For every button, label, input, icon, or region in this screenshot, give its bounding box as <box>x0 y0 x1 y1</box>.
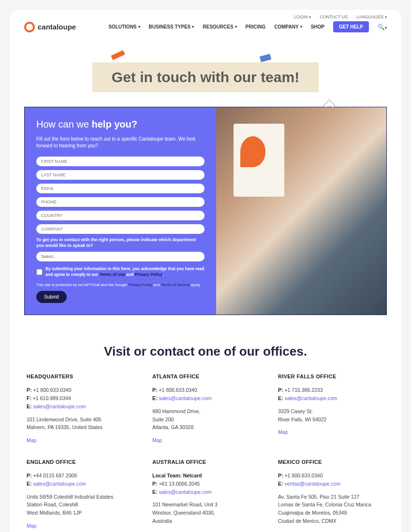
submit-button[interactable]: Submit <box>36 291 67 303</box>
office-contact: P: +1 800.633.0340E: sales@cantaloupe.co… <box>152 386 259 403</box>
map-link[interactable]: Map <box>152 437 162 443</box>
office-name: MEXICO OFFICE <box>278 459 384 465</box>
phone-input[interactable] <box>36 197 205 207</box>
office-contact: P: +44 0115 697 2008E: sales@cantaloupe.… <box>27 472 133 488</box>
nav-label: BUSINESS TYPES <box>149 24 191 29</box>
contact-form: How can we help you? Fill out the form b… <box>25 107 216 315</box>
department-select[interactable]: Select... <box>36 252 205 261</box>
office-email-link[interactable]: sales@cantaloupe.com <box>284 395 337 401</box>
consent-checkbox[interactable] <box>36 266 43 278</box>
office-contact: Local Team: NetcardP: +61 13.0066.2045E:… <box>152 472 259 496</box>
captcha-privacy-link[interactable]: Privacy Policy <box>128 283 152 287</box>
languages-link[interactable]: LANGUAGES▾ <box>356 14 387 19</box>
consent-text: By submitting your information in this f… <box>45 266 205 278</box>
captcha-notice: This site is protected by reCAPTCHA and … <box>36 283 205 287</box>
office-address: Units 58/59 Coleshill Industrial Estates… <box>27 493 133 517</box>
chevron-down-icon: ▾ <box>309 15 311 19</box>
form-title: How can we help you? <box>36 119 205 130</box>
nav-solutions[interactable]: SOLUTIONS▾ <box>108 24 140 29</box>
captcha-part: and <box>152 283 161 287</box>
office-email-link[interactable]: sales@cantaloupe.com <box>33 481 86 487</box>
office-address: Av. Santa Fe 505, Piso 21 Suite 127Lomas… <box>278 493 384 525</box>
nav-pricing[interactable]: PRICING <box>246 24 266 29</box>
nav-businesstypes[interactable]: BUSINESS TYPES▾ <box>149 24 194 29</box>
map-link[interactable]: Map <box>27 437 36 443</box>
nav-label: SOLUTIONS <box>108 24 136 29</box>
logo-icon <box>24 22 35 32</box>
privacy-link[interactable]: Privacy Policy <box>135 272 162 277</box>
office-contact: P: +1 800.633.0340E: ventas@cantaloupe.c… <box>278 472 384 488</box>
decoration-icon <box>260 54 271 62</box>
office-contact: P: +1 715.386.2233E: sales@cantaloupe.co… <box>278 386 384 403</box>
office-name: ATLANTA OFFICE <box>152 374 259 379</box>
terms-link[interactable]: Terms of Use <box>99 272 125 277</box>
nav-company[interactable]: COMPANY▾ <box>274 24 302 29</box>
offices-heading: Visit or contact one of our offices. <box>10 344 401 359</box>
office-address: 990 Hammond Drive,Suite 200Atlanta, GA 3… <box>152 407 259 431</box>
chevron-down-icon: ▾ <box>300 25 302 29</box>
office-email-link[interactable]: ventas@cantaloupe.com <box>284 481 340 487</box>
company-input[interactable] <box>36 224 205 234</box>
captcha-tos-link[interactable]: Terms of Service <box>161 283 190 287</box>
captcha-part: This site is protected by reCAPTCHA and … <box>36 283 128 287</box>
logo[interactable]: cantaloupe <box>24 22 76 32</box>
office-name: HEADQUARTERS <box>27 374 133 379</box>
contactus-link[interactable]: CONTACT US <box>320 14 348 19</box>
office-address: 101 Lindenwood Drive, Suite 405Malvern, … <box>27 416 133 432</box>
office-card: MEXICO OFFICEP: +1 800.633.0340E: ventas… <box>278 459 384 532</box>
nav-shop[interactable]: SHOP <box>311 24 324 29</box>
office-card: AUSTRALIA OFFICELocal Team: NetcardP: +6… <box>152 459 259 532</box>
captcha-part: apply. <box>190 283 201 287</box>
chevron-down-icon: ▾ <box>138 25 140 29</box>
nav-label: COMPANY <box>274 24 298 29</box>
email-input[interactable] <box>36 184 205 193</box>
login-link[interactable]: LOGIN▾ <box>294 14 311 19</box>
office-address: 101 Newmarket Road, Unit 3Windsor, Queen… <box>152 501 259 525</box>
office-card: ENGLAND OFFICEP: +44 0115 697 2008E: sal… <box>27 459 133 532</box>
last-name-input[interactable] <box>36 170 205 180</box>
office-email-link[interactable]: sales@cantaloupe.com <box>33 403 86 409</box>
logo-text: cantaloupe <box>38 23 76 31</box>
nav-resources[interactable]: RESOURCES▾ <box>203 24 236 29</box>
chevron-down-icon: ▾ <box>385 15 387 19</box>
office-name: AUSTRALIA OFFICE <box>152 459 259 465</box>
office-address: 3329 Casey St.River Falls, WI 54022 <box>278 407 384 424</box>
nav-label: RESOURCES <box>203 24 233 29</box>
form-description: Fill out the form below to reach out to … <box>36 136 205 149</box>
search-icon[interactable]: 🔍▾ <box>378 24 387 30</box>
office-email-link[interactable]: sales@cantaloupe.com <box>159 395 211 401</box>
office-card: HEADQUARTERSP: +1 800.633.0340F: +1 610.… <box>27 374 133 445</box>
office-contact: P: +1 800.633.0340F: +1 610.989.0344E: s… <box>27 386 133 410</box>
country-input[interactable] <box>36 211 205 220</box>
chevron-down-icon: ▾ <box>192 25 194 29</box>
map-link[interactable]: Map <box>278 429 288 435</box>
languages-label: LANGUAGES <box>356 14 383 19</box>
gethelp-button[interactable]: GET HELP <box>333 21 369 32</box>
first-name-input[interactable] <box>36 157 205 166</box>
office-name: RIVER FALLS OFFICE <box>278 374 384 379</box>
department-label: To get you in contact with the right per… <box>36 237 205 248</box>
login-label: LOGIN <box>294 14 308 19</box>
map-link[interactable]: Map <box>27 523 36 529</box>
consent-part: and <box>125 272 135 277</box>
title-part: help you? <box>92 119 137 129</box>
office-email-link[interactable]: sales@cantaloupe.com <box>159 489 211 495</box>
hero-title-box: Get in touch with our team! <box>92 62 319 92</box>
office-card: RIVER FALLS OFFICEP: +1 715.386.2233E: s… <box>278 374 384 445</box>
page-title: Get in touch with our team! <box>112 69 299 86</box>
office-name: ENGLAND OFFICE <box>27 459 133 465</box>
office-card: ATLANTA OFFICEP: +1 800.633.0340E: sales… <box>152 374 259 445</box>
chevron-down-icon: ▾ <box>235 25 237 29</box>
decoration-icon <box>111 50 125 60</box>
hero-image <box>216 107 386 315</box>
title-part: How can we <box>36 119 92 129</box>
